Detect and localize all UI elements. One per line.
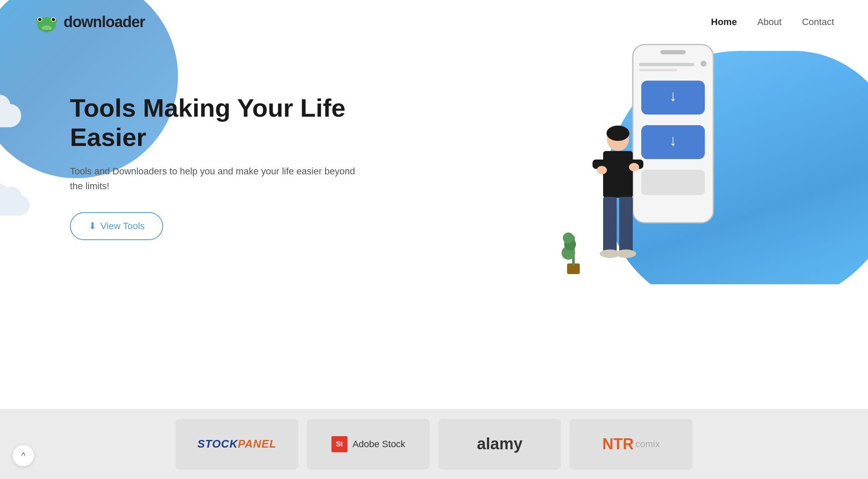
logo[interactable]: downloader xyxy=(34,9,145,35)
svg-point-23 xyxy=(597,166,607,174)
ntr-logo: NTR xyxy=(602,435,634,453)
svg-point-24 xyxy=(629,163,639,171)
frog-icon xyxy=(34,9,59,35)
hero-title: Tools Making Your Life Easier xyxy=(70,93,358,152)
svg-rect-12 xyxy=(639,69,677,71)
svg-text:↓: ↓ xyxy=(669,132,677,149)
adobe-stock-text: Adobe Stock xyxy=(353,439,406,450)
nav-links: Home About Contact xyxy=(711,17,834,28)
svg-point-33 xyxy=(563,232,574,244)
view-tools-button[interactable]: ⬇ View Tools xyxy=(70,212,163,240)
hero-subtitle: Tools and Downloaders to help you and ma… xyxy=(70,164,358,193)
down-arrow-icon: ⬇ xyxy=(89,221,96,232)
person-illustration xyxy=(580,121,656,276)
svg-point-5 xyxy=(38,18,42,21)
svg-point-10 xyxy=(701,61,707,67)
svg-text:↓: ↓ xyxy=(669,87,677,104)
nav-about[interactable]: About xyxy=(757,17,782,28)
adobe-icon: St xyxy=(331,436,348,452)
logo-text: downloader xyxy=(64,13,145,31)
view-tools-label: View Tools xyxy=(100,221,145,232)
svg-rect-9 xyxy=(660,50,686,54)
svg-point-28 xyxy=(616,249,636,258)
svg-rect-20 xyxy=(603,151,633,198)
svg-rect-11 xyxy=(639,63,694,66)
logo-card-adobe[interactable]: St Adobe Stock xyxy=(307,419,430,470)
logo-card-stockpanel[interactable]: STOCKPANEL xyxy=(175,419,298,470)
nav-home[interactable]: Home xyxy=(711,17,737,28)
ntr-suffix: comix xyxy=(635,439,659,450)
logo-card-alamy[interactable]: alamy xyxy=(438,419,561,470)
logo-card-ntr[interactable]: NTR comix xyxy=(570,419,693,470)
scroll-up-button[interactable]: ^ xyxy=(13,445,34,466)
svg-point-6 xyxy=(52,18,55,21)
navbar: downloader Home About Contact xyxy=(0,0,868,44)
svg-rect-26 xyxy=(619,197,633,252)
alamy-logo: alamy xyxy=(477,435,523,453)
hero-content: Tools Making Your Life Easier Tools and … xyxy=(70,93,358,240)
svg-rect-25 xyxy=(603,197,617,252)
stockpanel-logo: STOCKPANEL xyxy=(198,437,277,451)
cloud-3 xyxy=(0,195,30,216)
logos-section: STOCKPANEL St Adobe Stock alamy NTR comi… xyxy=(0,409,868,479)
svg-point-19 xyxy=(606,126,629,141)
svg-point-7 xyxy=(42,25,52,31)
chevron-up-icon: ^ xyxy=(21,451,25,461)
nav-contact[interactable]: Contact xyxy=(802,17,834,28)
